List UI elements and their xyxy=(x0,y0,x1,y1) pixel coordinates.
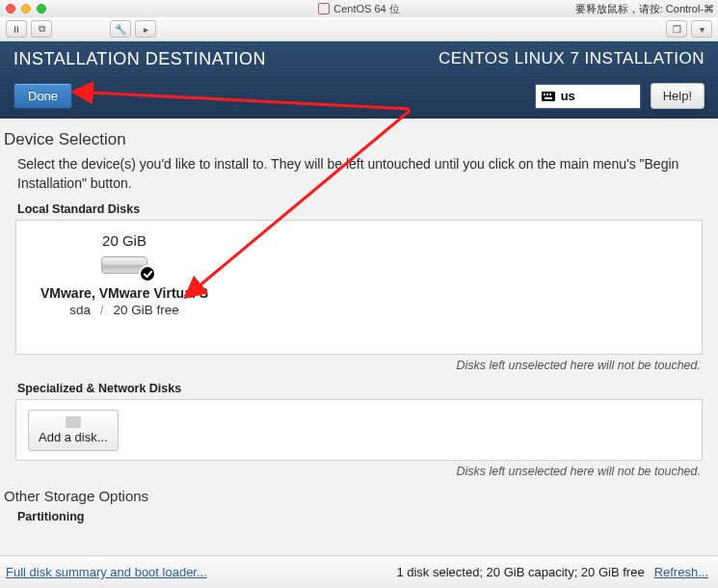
product-title: CENTOS LINUX 7 INSTALLATION xyxy=(439,49,705,68)
vm-settings-button[interactable]: 🔧 xyxy=(110,20,131,38)
hard-drive-icon xyxy=(101,256,147,274)
footer-bar: Full disk summary and boot loader... 1 d… xyxy=(0,555,718,588)
svg-rect-4 xyxy=(545,97,552,99)
network-disks-heading: Specialized & Network Disks xyxy=(0,382,718,399)
refresh-link[interactable]: Refresh... xyxy=(654,565,708,579)
svg-rect-0 xyxy=(542,92,555,101)
vm-pause-button[interactable]: ⏸ xyxy=(6,20,27,38)
disk-model-name: VMware, VMware Virtual S xyxy=(40,285,208,301)
device-selection-description: Select the device(s) you'd like to insta… xyxy=(0,155,718,202)
vm-release-hint: 要释放鼠标，请按: Control-⌘ xyxy=(575,0,714,17)
local-disks-heading: Local Standard Disks xyxy=(0,202,718,220)
keyboard-layout-label: us xyxy=(561,89,575,103)
vm-fullscreen-button[interactable]: ❐ xyxy=(666,20,687,38)
network-disks-note: Disks left unselected here will not be t… xyxy=(0,461,718,488)
installer-banner: INSTALLATION DESTINATION CENTOS LINUX 7 … xyxy=(0,41,718,119)
keyboard-icon xyxy=(542,92,555,101)
add-disk-icon xyxy=(66,416,81,428)
done-button[interactable]: Done xyxy=(13,83,72,109)
content-area: Device Selection Select the device(s) yo… xyxy=(0,119,718,536)
disk-item[interactable]: 20 GiB VMware, VMware Virtual S sda / 20… xyxy=(28,232,221,317)
svg-rect-3 xyxy=(549,94,551,95)
window-title: CentOS 64 位 xyxy=(333,2,399,16)
network-disks-frame: Add a disk... xyxy=(15,399,703,461)
disk-free: 20 GiB free xyxy=(113,303,178,317)
vm-menu-button[interactable]: ▾ xyxy=(691,20,712,38)
disk-selection-status: 1 disk selected; 20 GiB capacity; 20 GiB… xyxy=(396,565,644,579)
disk-selected-check-icon xyxy=(139,265,156,282)
mac-titlebar: CentOS 64 位 要释放鼠标，请按: Control-⌘ xyxy=(0,0,718,17)
svg-rect-1 xyxy=(544,94,545,95)
add-disk-label: Add a disk... xyxy=(39,430,108,444)
local-disks-note: Disks left unselected here will not be t… xyxy=(0,355,718,382)
local-disks-frame: 20 GiB VMware, VMware Virtual S sda / 20… xyxy=(15,220,703,355)
page-title: INSTALLATION DESTINATION xyxy=(13,49,266,69)
full-disk-summary-link[interactable]: Full disk summary and boot loader... xyxy=(6,565,207,579)
partitioning-heading: Partitioning xyxy=(0,510,718,527)
help-button[interactable]: Help! xyxy=(651,83,705,109)
disk-devname: sda xyxy=(69,303,91,317)
other-storage-heading: Other Storage Options xyxy=(0,488,718,510)
disk-capacity: 20 GiB xyxy=(102,232,146,249)
keyboard-layout-indicator[interactable]: us xyxy=(535,84,641,109)
centos-logo-icon xyxy=(318,3,330,14)
vm-snapshot-button[interactable]: ⧉ xyxy=(31,20,52,38)
disk-detail: sda / 20 GiB free xyxy=(69,303,178,317)
svg-rect-2 xyxy=(546,94,548,95)
device-selection-heading: Device Selection xyxy=(0,130,718,155)
vm-toolbar: ⏸ ⧉ 🔧 ▸ ❐ ▾ xyxy=(0,17,718,41)
vm-devices-button[interactable]: ▸ xyxy=(135,20,156,38)
add-network-disk-button[interactable]: Add a disk... xyxy=(28,410,119,451)
